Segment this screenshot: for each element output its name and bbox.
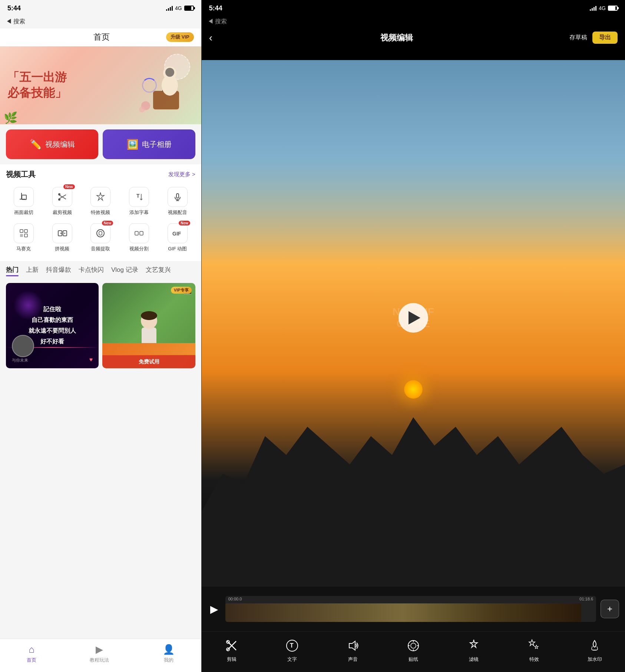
nav-home[interactable]: ⌂ 首页 [27, 644, 36, 663]
template-card-2[interactable]: 📷 VIP专享 免费试用 情感语录 [102, 283, 195, 368]
right-search-back[interactable]: ◀ 搜索 [208, 18, 619, 26]
tool-audio-extract-label: 音频提取 [91, 246, 110, 252]
tool-voiceover[interactable]: 视频配音 [160, 185, 195, 218]
tool-mosaic[interactable]: 马赛克 [6, 221, 42, 254]
bottom-nav: ⌂ 首页 ▶ 教程玩法 👤 我的 [0, 639, 201, 672]
tab-beat[interactable]: 卡点快闪 [79, 266, 104, 276]
banner-flowers-decoration: 🌿 [4, 111, 17, 124]
tab-art[interactable]: 文艺复兴 [146, 266, 171, 276]
template-1-line1: 記住啦 [10, 304, 94, 315]
right-header-actions: 存草稿 导出 [569, 32, 618, 44]
svg-point-28 [97, 230, 104, 237]
template-card-1[interactable]: 記住啦 自己喜歡的東西 就永遠不要問別人 好不好看 与你未来 ♥ [6, 283, 99, 368]
banner-line1: 「五一出游 [7, 70, 67, 85]
tool-effects[interactable]: 特效视频 [83, 185, 118, 218]
toolbar-text-icon: T [284, 638, 300, 654]
right-network-label: 4G [599, 5, 606, 11]
tool-effects-icon [95, 192, 106, 202]
toolbar-text-label: 文字 [287, 656, 297, 663]
toolbar-effects-icon [526, 638, 542, 654]
tool-gif-label: GIF 动图 [168, 246, 187, 252]
photo-album-button[interactable]: 🖼️ 电子相册 [103, 129, 195, 159]
toolbar-sticker[interactable]: 贴纸 [405, 638, 421, 663]
tool-split[interactable]: 视频分割 [121, 221, 157, 254]
toolbar-filter[interactable]: 滤镜 [466, 638, 482, 663]
banner-figure-svg [135, 54, 194, 124]
timeline-section: ▶ 00:00.0 01:18.6 + [202, 587, 625, 631]
tool-collage[interactable]: 拼视频 [44, 221, 80, 254]
tool-subtitle-icon-box: T [129, 187, 149, 207]
right-status-right: 4G [590, 5, 618, 11]
svg-marker-51 [535, 645, 538, 649]
video-edit-button[interactable]: ✏️ 视频编辑 [6, 129, 98, 159]
tab-hot[interactable]: 热门 [6, 266, 19, 276]
nav-tutorial-label: 教程玩法 [90, 657, 109, 663]
signal-bar-1 [166, 9, 167, 11]
template-1-sub-text: 与你未来 [12, 358, 28, 363]
nav-profile-icon: 👤 [163, 644, 175, 655]
left-battery-fill [185, 6, 192, 10]
tool-subtitle-label: 添加字幕 [129, 209, 149, 216]
toolbar-sticker-label: 贴纸 [409, 656, 418, 663]
toolbar-effects[interactable]: 特效 [526, 638, 542, 663]
right-back-button[interactable]: ‹ [209, 32, 224, 44]
signal-bar-3 [170, 7, 171, 11]
tools-grid: 画面裁切 New 裁剪视频 [6, 185, 195, 254]
timeline-thumbnail [225, 603, 581, 622]
right-signal-bar-3 [593, 7, 595, 11]
toolbar-edit[interactable]: 剪辑 [224, 638, 240, 663]
template-2-free-banner[interactable]: 免费试用 [102, 355, 195, 368]
tool-trim-icon [57, 192, 67, 202]
nav-profile[interactable]: 👤 我的 [163, 644, 175, 663]
left-search-back[interactable]: ◀ 搜索 [6, 18, 195, 26]
tools-more-link[interactable]: 发现更多 > [168, 171, 195, 178]
tab-new[interactable]: 上新 [26, 266, 39, 276]
banner-text-block: 「五一出游 必备技能」 [7, 70, 67, 101]
right-signal-bars [590, 6, 596, 11]
action-buttons-row: ✏️ 视频编辑 🖼️ 电子相册 [0, 124, 201, 164]
tool-split-icon [134, 228, 144, 238]
export-button[interactable]: 导出 [592, 32, 618, 44]
tool-crop-icon-box [14, 187, 34, 207]
sunset-sun [404, 380, 423, 399]
svg-text:T: T [136, 193, 140, 199]
tool-trim-new-badge: New [63, 184, 75, 189]
nav-home-icon: ⌂ [29, 644, 34, 655]
timeline-time-end: 01:18.6 [579, 597, 593, 601]
toolbar-effects-label: 特效 [529, 656, 539, 663]
toolbar-watermark[interactable]: 加水印 [586, 638, 603, 663]
template-1-line2: 自己喜歡的東西 [10, 315, 94, 326]
tab-vlog[interactable]: Vlog 记录 [111, 266, 138, 276]
tool-subtitle[interactable]: T 添加字幕 [121, 185, 157, 218]
vip-upgrade-badge[interactable]: 升级 VIP [166, 32, 194, 42]
toolbar-scissors-icon [224, 638, 240, 654]
video-top-black [202, 49, 625, 60]
play-button[interactable] [399, 303, 428, 333]
toolbar-text[interactable]: T 文字 [284, 638, 300, 663]
toolbar-audio[interactable]: 声音 [345, 638, 361, 663]
tab-trending[interactable]: 抖音爆款 [46, 266, 71, 276]
tool-audio-extract[interactable]: New 音频提取 [83, 221, 118, 254]
tool-gif-icon-box: New GIF [168, 223, 188, 243]
svg-point-12 [58, 193, 60, 195]
toolbar-watermark-label: 加水印 [588, 656, 602, 663]
svg-rect-22 [20, 234, 23, 237]
timeline-play-button[interactable]: ▶ [208, 603, 221, 615]
svg-rect-17 [176, 194, 179, 198]
right-panel: 5:44 4G ◀ 搜索 ‹ 视频编辑 存草稿 导出 [202, 0, 625, 672]
video-edit-label: 视频编辑 [45, 139, 75, 149]
right-status-time: 5:44 [209, 4, 222, 12]
tabs-section: 热门 上新 抖音爆款 卡点快闪 Vlog 记录 文艺复兴 [0, 261, 201, 279]
tool-gif[interactable]: New GIF GIF 动图 [160, 221, 195, 254]
nav-tutorial[interactable]: ▶ 教程玩法 [90, 644, 109, 663]
left-search-bar: ◀ 搜索 [0, 16, 201, 29]
nav-home-label: 首页 [27, 657, 36, 663]
tool-trim[interactable]: New 裁剪视频 [44, 185, 80, 218]
timeline-add-clip-button[interactable]: + [601, 600, 619, 618]
tool-crop[interactable]: 画面裁切 [6, 185, 42, 218]
tool-collage-icon-box [52, 223, 72, 243]
save-draft-button[interactable]: 存草稿 [569, 34, 587, 42]
tools-header: 视频工具 发现更多 > [6, 169, 195, 179]
video-preview[interactable]: . . . . New GIFGIF TE [202, 49, 625, 587]
timeline-track[interactable]: 00:00.0 01:18.6 [225, 596, 596, 622]
